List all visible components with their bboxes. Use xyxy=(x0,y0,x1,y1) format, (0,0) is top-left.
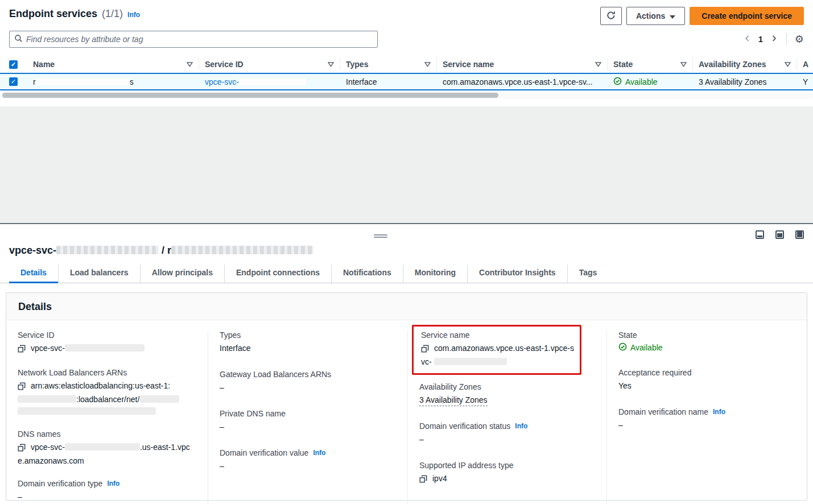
column-filter-icon[interactable] xyxy=(785,60,791,69)
field-service-name: Service name com.amazonaws.vpce.us-east-… xyxy=(421,331,576,368)
horizontal-scrollbar[interactable] xyxy=(0,92,813,99)
table-header-row: ✓ Name Service ID Types Service name Sta… xyxy=(0,56,813,73)
column-header-service-id[interactable]: Service ID xyxy=(199,58,340,71)
tab-notifications[interactable]: Notifications xyxy=(331,265,403,283)
panel-size-controls xyxy=(756,230,804,239)
status-available-icon xyxy=(613,77,622,87)
page-header: Endpoint services (1/1) Info Actions Cre… xyxy=(0,0,813,25)
resource-counter: (1/1) xyxy=(102,8,123,20)
scrollbar-thumb[interactable] xyxy=(2,93,498,98)
details-column-1: Service ID vpce-svc- Network Load Balanc… xyxy=(6,331,208,504)
tab-allow-principals[interactable]: Allow principals xyxy=(140,265,224,283)
create-endpoint-service-button[interactable]: Create endpoint service xyxy=(690,7,804,25)
availability-zones-link[interactable]: 3 Availability Zones xyxy=(419,395,488,406)
search-icon xyxy=(14,34,23,45)
tab-endpoint-connections[interactable]: Endpoint connections xyxy=(224,265,331,283)
field-private-dns-name: Private DNS name – xyxy=(220,409,396,433)
column-header-types[interactable]: Types xyxy=(340,58,437,71)
column-header-name[interactable]: Name xyxy=(27,58,199,71)
column-filter-icon[interactable] xyxy=(595,60,601,69)
row-acceptance-partial: Y xyxy=(797,77,813,86)
details-card-heading: Details xyxy=(6,293,807,320)
endpoint-services-section: Endpoint services (1/1) Info Actions Cre… xyxy=(0,0,813,223)
column-header-service-name[interactable]: Service name xyxy=(437,58,608,71)
chevron-down-icon xyxy=(670,11,675,20)
copy-icon[interactable] xyxy=(421,344,429,356)
row-availability-zones-link[interactable]: 3 Availability Zones xyxy=(693,77,797,86)
refresh-button[interactable] xyxy=(600,7,622,25)
field-gateway-lb-arns: Gateway Load Balancers ARNs – xyxy=(220,370,396,394)
field-dns-names: DNS names vpce-svc-.us-east-1.vpce.amazo… xyxy=(18,429,196,467)
actions-label: Actions xyxy=(636,11,665,20)
page-background xyxy=(0,106,813,223)
info-link[interactable]: Info xyxy=(515,422,527,430)
row-name-cell: rs xyxy=(27,77,199,86)
column-header-partial[interactable]: A xyxy=(797,58,813,71)
panel-size-small-icon[interactable] xyxy=(756,230,764,239)
divider xyxy=(786,33,787,46)
info-link[interactable]: Info xyxy=(313,449,325,457)
actions-button[interactable]: Actions xyxy=(626,7,685,25)
search-input[interactable] xyxy=(26,35,373,44)
row-service-name-cell: com.amazonaws.vpce.us-east-1.vpce-sv... xyxy=(437,77,608,86)
field-types: Types Interface xyxy=(220,331,396,354)
status-badge: Available xyxy=(630,343,663,352)
column-filter-icon[interactable] xyxy=(680,60,687,69)
chevron-right-icon xyxy=(770,34,778,44)
field-domain-verification-value: Domain verification valueInfo – xyxy=(220,448,396,472)
column-filter-icon[interactable] xyxy=(187,60,193,69)
endpoint-services-table: ✓ Name Service ID Types Service name Sta… xyxy=(0,56,813,99)
previous-page-button[interactable] xyxy=(743,34,752,44)
refresh-icon xyxy=(606,11,616,22)
tab-details[interactable]: Details xyxy=(9,265,58,283)
panel-size-large-icon[interactable] xyxy=(795,230,804,239)
next-page-button[interactable] xyxy=(770,34,778,44)
tab-tags[interactable]: Tags xyxy=(567,265,609,283)
page-title: Endpoint services xyxy=(9,8,97,20)
copy-icon[interactable] xyxy=(18,382,26,394)
pagination: 1 ⚙ xyxy=(743,33,804,46)
row-types-cell: Interface xyxy=(340,77,437,86)
current-page-number[interactable]: 1 xyxy=(757,35,764,44)
field-domain-verification-type: Domain verification typeInfo – xyxy=(18,479,196,503)
search-box[interactable] xyxy=(9,31,378,48)
service-name-highlight-box: Service name com.amazonaws.vpce.us-east-… xyxy=(412,325,581,375)
row-state-cell: Available xyxy=(608,77,693,87)
table-row[interactable]: ✓ rs vpce-svc- Interface com.amazonaws.v… xyxy=(0,73,813,90)
field-supported-ip: Supported IP address type ipv4 xyxy=(419,461,595,486)
column-filter-icon[interactable] xyxy=(328,60,334,69)
details-column-3: Service name com.amazonaws.vpce.us-east-… xyxy=(408,331,607,504)
tab-load-balancers[interactable]: Load balancers xyxy=(58,265,140,283)
select-all-checkbox[interactable]: ✓ xyxy=(9,60,18,69)
tab-contributor-insights[interactable]: Contributor Insights xyxy=(467,265,567,283)
split-panel: vpce-svc- / r Details Load balancers All… xyxy=(0,223,813,504)
status-badge: Available xyxy=(625,77,658,86)
status-available-icon xyxy=(618,342,627,353)
column-header-state[interactable]: State xyxy=(608,58,693,71)
info-link[interactable]: Info xyxy=(713,408,725,416)
details-column-2: Types Interface Gateway Load Balancers A… xyxy=(208,331,408,504)
field-state: State Available xyxy=(618,331,795,353)
preferences-gear-icon[interactable]: ⚙ xyxy=(795,34,804,44)
page-info-link[interactable]: Info xyxy=(127,11,140,19)
panel-size-medium-icon[interactable] xyxy=(775,230,784,239)
field-availability-zones: Availability Zones 3 Availability Zones xyxy=(419,382,595,406)
panel-tabs: Details Load balancers Allow principals … xyxy=(0,265,813,283)
details-card: Details Service ID vpce-svc- Network Loa… xyxy=(6,292,807,501)
copy-icon[interactable] xyxy=(18,344,26,356)
row-checkbox[interactable]: ✓ xyxy=(9,77,18,86)
panel-title: vpce-svc- / r xyxy=(0,224,813,257)
panel-resize-handle[interactable] xyxy=(374,233,387,239)
column-header-availability-zones[interactable]: Availability Zones xyxy=(693,58,797,71)
column-filter-icon[interactable] xyxy=(424,60,431,69)
chevron-left-icon xyxy=(743,34,752,44)
row-service-id-link[interactable]: vpce-svc- xyxy=(199,77,340,86)
field-nlb-arns: Network Load Balancers ARNs arn:aws:elas… xyxy=(18,368,196,418)
field-domain-verification-name: Domain verification nameInfo – xyxy=(618,407,795,431)
copy-icon[interactable] xyxy=(419,474,427,486)
copy-icon[interactable] xyxy=(18,443,26,455)
details-column-4: State Available Acceptance required Yes … xyxy=(607,331,807,504)
controls-row: 1 ⚙ xyxy=(0,25,813,48)
tab-monitoring[interactable]: Monitoring xyxy=(403,265,467,283)
info-link[interactable]: Info xyxy=(107,480,119,488)
